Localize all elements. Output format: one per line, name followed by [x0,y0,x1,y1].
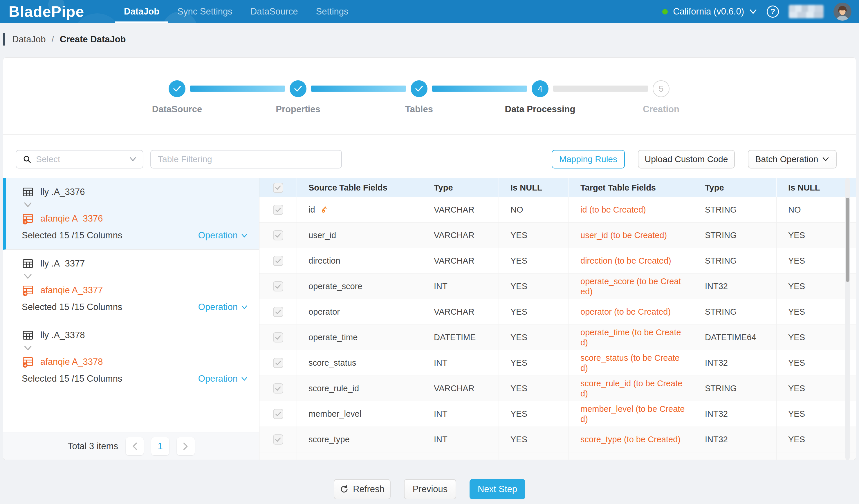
check-icon [275,412,281,416]
mapping-rules-button[interactable]: Mapping Rules [552,150,625,169]
source-type-cell: VARCHAR [422,248,499,273]
primary-key-icon [320,206,329,214]
table-icon [22,186,34,198]
pagination-next-button[interactable] [177,437,195,455]
table-pair-item-1[interactable]: lly .A_3376 afanqie A_3376 Selected 15 /… [3,178,259,250]
check-icon [275,185,281,190]
row-checkbox[interactable] [273,256,283,266]
next-step-button[interactable]: Next Step [469,479,525,499]
chevron-left-icon [132,442,138,450]
row-checkbox[interactable] [273,307,283,317]
pagination-prev-button[interactable] [126,437,144,455]
column-header-1: Source Table Fields [297,178,422,197]
select-placeholder: Select [36,154,125,164]
step-connector-4 [553,85,648,92]
header-checkbox[interactable] [273,183,283,193]
pagination-page-1[interactable]: 1 [151,437,169,455]
column-header-6: Is NULL [777,178,845,197]
table-pair-item-2[interactable]: lly .A_3377 afanqie A_3377 Selected 15 /… [3,250,259,321]
source-field-name: member_level [308,409,361,419]
source-table-line: lly .A_3376 [22,186,247,198]
breadcrumb-parent[interactable]: DataJob [12,34,46,45]
source-isnull-cell: YES [499,223,569,248]
step-circle-5: 5 [653,80,669,97]
refresh-button[interactable]: Refresh [334,479,391,499]
step-label-5: Creation [601,104,721,114]
row-checkbox[interactable] [273,332,283,343]
avatar[interactable] [833,3,852,20]
step-connector-2 [311,85,406,92]
row-checkbox[interactable] [273,230,283,240]
selected-columns-text: Selected 15 /15 Columns [22,374,122,384]
scrollbar-thumb[interactable] [846,198,849,282]
previous-button[interactable]: Previous [404,479,456,499]
table-pair-item-3[interactable]: lly .A_3378 afanqie A_3378 Selected 15 /… [3,321,259,393]
table-row: score_type INT YES score_type (to be Cre… [259,427,856,452]
field-mapping-table: Source Table FieldsTypeIs NULLTarget Tab… [259,178,856,460]
nav-tab-settings[interactable]: Settings [307,0,358,23]
table-row: operator VARCHAR YES operator (to be Cre… [259,299,856,325]
source-type-cell: VARCHAR [422,223,499,248]
step-circle-4: 4 [532,80,548,97]
pagination: Total 3 items 1 [3,432,259,460]
source-field-name: direction [308,256,341,266]
pagination-total: Total 3 items [67,441,118,452]
new-table-icon [22,356,34,368]
source-isnull-cell: NO [499,197,569,222]
row-checkbox[interactable] [273,281,283,292]
target-type-cell: INT32 [693,350,777,376]
target-isnull-cell: YES [777,376,845,401]
target-isnull-cell: YES [777,223,845,248]
environment-selector[interactable]: California (v0.6.0) [662,6,757,17]
target-field-cell: user_id (to be Created) [569,223,693,248]
target-type-cell: INT32 [693,427,777,452]
chevron-down-icon [749,9,757,14]
step-connector-1 [190,85,285,92]
operation-link[interactable]: Operation [198,230,247,241]
source-field-name: id [308,205,315,215]
target-isnull-cell: YES [777,427,845,452]
table-row: score_status INT YES score_status (to be… [259,350,856,376]
operation-link[interactable]: Operation [198,374,247,384]
table-icon [22,329,34,341]
refresh-icon [340,485,348,493]
username-redacted [789,5,824,18]
help-icon[interactable]: ? [767,5,779,18]
source-field-cell [297,452,422,460]
row-checkbox[interactable] [273,383,283,394]
nav-tab-sync-settings[interactable]: Sync Settings [168,0,241,23]
wizard-stepper: DataSourcePropertiesTables4Data Processi… [3,58,856,135]
operation-link[interactable]: Operation [198,302,247,312]
selected-columns-text: Selected 15 /15 Columns [22,230,122,241]
table-filter-input[interactable] [150,150,342,169]
row-checkbox-cell [259,325,297,350]
source-isnull-cell: YES [499,325,569,350]
nav-tab-datasource[interactable]: DataSource [241,0,307,23]
target-type-cell: STRING [693,299,777,325]
refresh-label: Refresh [353,484,385,494]
source-field-name: score_type [308,435,350,444]
row-checkbox[interactable] [273,409,283,419]
nav-right: California (v0.6.0) ? [662,3,852,20]
target-field-cell: id (to be Created) [569,197,693,222]
check-icon [294,85,302,92]
row-checkbox[interactable] [273,358,283,368]
source-isnull-cell: YES [499,376,569,401]
source-field-name: operate_score [308,282,362,291]
row-checkbox-cell [259,223,297,248]
row-checkbox[interactable] [273,205,283,215]
target-field-cell: operate_score (to be Created) [569,274,693,299]
operation-label: Operation [198,302,238,312]
upload-custom-code-button[interactable]: Upload Custom Code [638,150,735,169]
table-select-dropdown[interactable]: Select [16,150,144,169]
source-field-name: score_status [308,358,356,368]
sidebar-spacer [3,393,259,432]
step-label-3: Tables [359,104,479,114]
row-checkbox[interactable] [273,435,283,444]
target-type-cell: STRING [693,248,777,273]
target-isnull-cell: YES [777,299,845,325]
target-field-cell: operator (to be Created) [569,299,693,325]
batch-operation-button[interactable]: Batch Operation [748,150,837,169]
source-isnull-cell: YES [499,350,569,376]
nav-tab-datajob[interactable]: DataJob [115,0,168,23]
